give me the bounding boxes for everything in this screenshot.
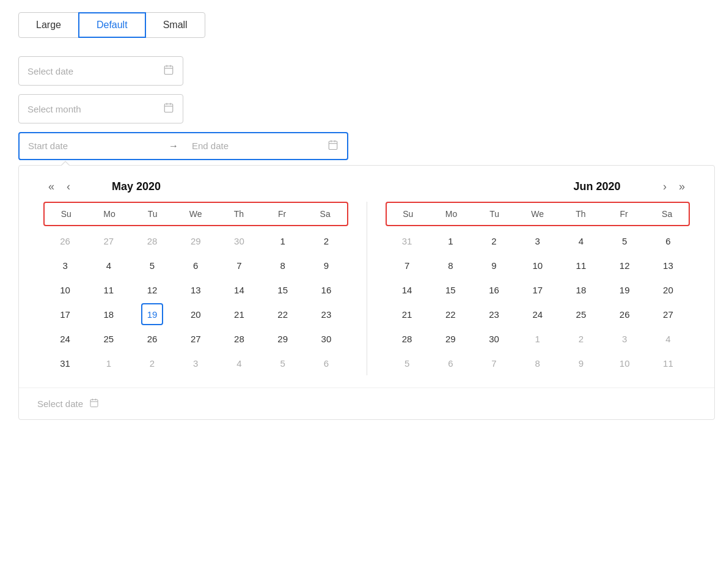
day-cell[interactable]: 26 xyxy=(613,303,635,325)
day-cell[interactable]: 17 xyxy=(527,279,549,301)
day-cell[interactable]: 20 xyxy=(185,303,207,325)
day-cell[interactable]: 1 xyxy=(272,230,294,252)
start-date-part[interactable]: Start date xyxy=(20,133,164,160)
day-cell[interactable]: 12 xyxy=(141,279,163,301)
end-date-part[interactable]: End date xyxy=(183,133,328,159)
calendar-divider xyxy=(367,202,367,375)
day-cell[interactable]: 19 xyxy=(141,303,163,325)
day-cell[interactable]: 9 xyxy=(315,254,337,276)
day-cell[interactable]: 15 xyxy=(439,279,461,301)
day-cell[interactable]: 24 xyxy=(527,303,549,325)
day-cell[interactable]: 25 xyxy=(570,303,592,325)
day-cell: 1 xyxy=(527,328,549,350)
day-cell[interactable]: 17 xyxy=(54,303,76,325)
day-cell[interactable]: 6 xyxy=(657,230,679,252)
weekday-label: Th xyxy=(218,203,261,225)
day-cell: 4 xyxy=(657,328,679,350)
days-grid: 2627282930123456789101112131415161718192… xyxy=(43,229,348,375)
left-calendar: SuMoTuWeThFrSa26272829301234567891011121… xyxy=(31,202,360,375)
size-small-button[interactable]: Small xyxy=(145,12,205,38)
date-range-field[interactable]: Start date → End date xyxy=(18,132,348,160)
day-cell[interactable]: 18 xyxy=(98,303,120,325)
size-large-button[interactable]: Large xyxy=(18,12,79,38)
weekday-label: Tu xyxy=(131,203,174,225)
day-cell[interactable]: 21 xyxy=(228,303,250,325)
day-cell[interactable]: 2 xyxy=(483,230,505,252)
day-cell[interactable]: 23 xyxy=(483,303,505,325)
day-cell[interactable]: 28 xyxy=(396,328,418,350)
day-cell[interactable]: 10 xyxy=(527,254,549,276)
day-cell[interactable]: 20 xyxy=(657,279,679,301)
day-cell[interactable]: 22 xyxy=(439,303,461,325)
start-date-placeholder: Start date xyxy=(28,141,68,151)
day-cell[interactable]: 23 xyxy=(315,303,337,325)
select-month-field[interactable]: Select month xyxy=(18,94,183,123)
day-cell[interactable]: 16 xyxy=(483,279,505,301)
day-cell[interactable]: 30 xyxy=(315,328,337,350)
day-cell[interactable]: 14 xyxy=(396,279,418,301)
day-cell[interactable]: 29 xyxy=(272,328,294,350)
day-cell: 8 xyxy=(527,352,549,374)
day-cell: 26 xyxy=(54,230,76,252)
day-cell[interactable]: 8 xyxy=(272,254,294,276)
day-cell[interactable]: 10 xyxy=(54,279,76,301)
day-cell[interactable]: 27 xyxy=(185,328,207,350)
day-cell[interactable]: 11 xyxy=(98,279,120,301)
day-cell[interactable]: 28 xyxy=(228,328,250,350)
day-cell[interactable]: 12 xyxy=(613,254,635,276)
right-calendar: SuMoTuWeThFrSa31123456789101112131415161… xyxy=(373,202,703,375)
day-cell[interactable]: 11 xyxy=(570,254,592,276)
weekday-label: Mo xyxy=(430,203,473,225)
day-cell[interactable]: 31 xyxy=(54,352,76,374)
day-cell: 2 xyxy=(141,352,163,374)
day-cell: 1 xyxy=(98,352,120,374)
weekday-label: Sa xyxy=(645,203,689,225)
weekday-label: Fr xyxy=(260,203,304,225)
day-cell[interactable]: 9 xyxy=(483,254,505,276)
day-cell: 10 xyxy=(613,352,635,374)
select-date-field[interactable]: Select date xyxy=(18,56,183,86)
select-month-placeholder: Select month xyxy=(27,104,81,114)
day-cell[interactable]: 24 xyxy=(54,328,76,350)
weekday-label: Mo xyxy=(88,203,131,225)
day-cell[interactable]: 27 xyxy=(657,303,679,325)
day-cell[interactable]: 3 xyxy=(527,230,549,252)
next-next-button[interactable]: » xyxy=(674,178,690,196)
size-default-button[interactable]: Default xyxy=(78,12,146,38)
day-cell[interactable]: 3 xyxy=(54,254,76,276)
day-cell[interactable]: 22 xyxy=(272,303,294,325)
day-cell[interactable]: 2 xyxy=(315,230,337,252)
day-cell[interactable]: 7 xyxy=(396,254,418,276)
day-cell[interactable]: 18 xyxy=(570,279,592,301)
day-cell[interactable]: 30 xyxy=(483,328,505,350)
day-cell[interactable]: 15 xyxy=(272,279,294,301)
svg-rect-8 xyxy=(329,141,337,150)
day-cell[interactable]: 5 xyxy=(613,230,635,252)
day-cell[interactable]: 16 xyxy=(315,279,337,301)
day-cell[interactable]: 14 xyxy=(228,279,250,301)
next-button[interactable]: › xyxy=(658,178,672,196)
prev-button[interactable]: ‹ xyxy=(62,178,75,196)
day-cell[interactable]: 21 xyxy=(396,303,418,325)
day-cell[interactable]: 25 xyxy=(98,328,120,350)
day-cell[interactable]: 4 xyxy=(98,254,120,276)
select-date-placeholder: Select date xyxy=(27,66,73,76)
prev-prev-button[interactable]: « xyxy=(43,178,59,196)
day-cell[interactable]: 4 xyxy=(570,230,592,252)
day-cell[interactable]: 19 xyxy=(613,279,635,301)
range-arrow: → xyxy=(164,141,183,152)
day-cell[interactable]: 13 xyxy=(185,279,207,301)
weekday-label: Sa xyxy=(304,203,347,225)
calendar-icon-2 xyxy=(163,102,174,116)
day-cell[interactable]: 5 xyxy=(141,254,163,276)
day-cell[interactable]: 1 xyxy=(439,230,461,252)
calendar-icon xyxy=(163,64,174,78)
page-container: Large Default Small Select date Select m… xyxy=(0,0,721,432)
day-cell[interactable]: 7 xyxy=(228,254,250,276)
day-cell[interactable]: 6 xyxy=(185,254,207,276)
day-cell: 27 xyxy=(98,230,120,252)
day-cell[interactable]: 26 xyxy=(141,328,163,350)
day-cell[interactable]: 8 xyxy=(439,254,461,276)
day-cell[interactable]: 29 xyxy=(439,328,461,350)
day-cell[interactable]: 13 xyxy=(657,254,679,276)
